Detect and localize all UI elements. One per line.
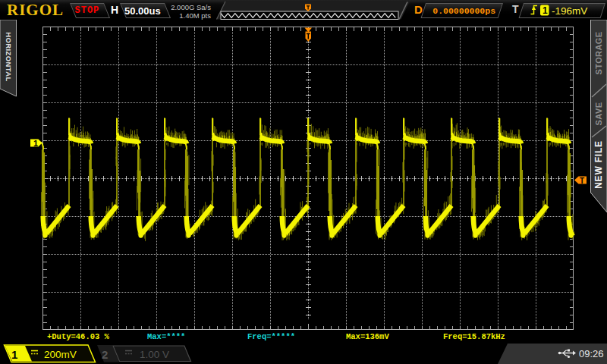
svg-text:NEW FILE: NEW FILE xyxy=(593,140,604,189)
svg-text:HORIZONTAL: HORIZONTAL xyxy=(5,32,13,82)
svg-text:2: 2 xyxy=(102,348,108,361)
svg-text:1: 1 xyxy=(11,348,17,361)
svg-text:1: 1 xyxy=(33,139,38,148)
svg-text:SAVE: SAVE xyxy=(594,102,603,125)
svg-text:1.00 V: 1.00 V xyxy=(140,349,169,360)
svg-text:-196mV: -196mV xyxy=(552,5,587,17)
svg-text:1: 1 xyxy=(543,5,548,16)
svg-text:T: T xyxy=(580,177,584,185)
svg-text:200mV: 200mV xyxy=(44,349,77,360)
svg-text:09:26: 09:26 xyxy=(579,348,604,359)
svg-text:STORAGE: STORAGE xyxy=(594,32,603,75)
